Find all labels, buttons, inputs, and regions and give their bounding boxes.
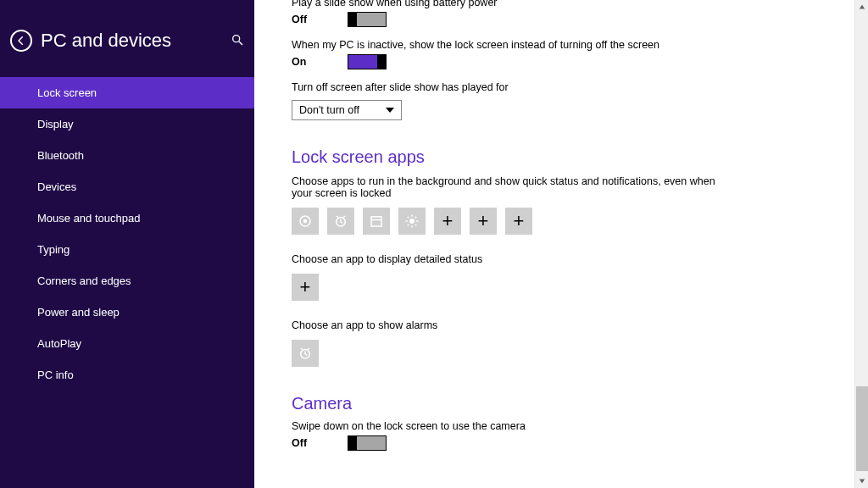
camera-swipe-label: Swipe down on the lock screen to use the…: [292, 420, 732, 432]
svg-rect-5: [371, 217, 381, 226]
sidebar-item-pc-info[interactable]: PC info: [0, 359, 254, 391]
scrollbar[interactable]: [854, 0, 868, 488]
plus-icon: +: [442, 210, 453, 232]
quick-app-add-1[interactable]: +: [434, 208, 461, 235]
battery-slideshow-state: Off: [292, 14, 334, 25]
chevron-down-icon: [859, 478, 865, 485]
alarm-icon: [298, 346, 313, 361]
alarms-app-label: Choose an app to show alarms: [292, 319, 732, 331]
sidebar-item-bluetooth[interactable]: Bluetooth: [0, 140, 254, 171]
quick-app-add-2[interactable]: +: [470, 208, 497, 235]
sidebar-item-lock-screen[interactable]: Lock screen: [0, 77, 254, 108]
sidebar-item-mouse-touchpad[interactable]: Mouse and touchpad: [0, 202, 254, 234]
search-button[interactable]: [231, 33, 244, 49]
scroll-thumb[interactable]: [856, 386, 868, 471]
svg-point-0: [233, 35, 240, 42]
scroll-down[interactable]: [855, 474, 869, 488]
sidebar-item-devices[interactable]: Devices: [0, 171, 254, 202]
inactive-lockscreen-state: On: [292, 56, 334, 68]
quick-app-slot-1[interactable]: [292, 208, 319, 235]
svg-line-15: [408, 225, 409, 226]
plus-icon: +: [300, 276, 311, 298]
plus-icon: +: [514, 210, 525, 232]
lockscreen-apps-title: Lock screen apps: [292, 147, 829, 167]
svg-line-12: [408, 217, 409, 219]
battery-slideshow-toggle[interactable]: [348, 12, 387, 27]
camera-title: Camera: [292, 394, 829, 413]
quick-app-slot-3[interactable]: [363, 208, 390, 235]
camera-swipe-toggle[interactable]: [348, 435, 387, 451]
arrow-left-icon: [15, 35, 27, 47]
sidebar-nav: Lock screen Display Bluetooth Devices Mo…: [0, 77, 254, 391]
sidebar-item-display[interactable]: Display: [0, 108, 254, 140]
scroll-up[interactable]: [855, 0, 869, 14]
sidebar-item-typing[interactable]: Typing: [0, 234, 254, 265]
sidebar-item-power-sleep[interactable]: Power and sleep: [0, 297, 254, 328]
svg-line-13: [415, 225, 417, 226]
alarms-app-slot[interactable]: [292, 340, 319, 367]
camera-swipe-state: Off: [292, 437, 334, 449]
svg-marker-18: [859, 480, 864, 484]
svg-point-3: [303, 219, 308, 224]
detailed-status-add[interactable]: +: [292, 274, 319, 301]
sidebar-header: PC and devices: [0, 0, 254, 69]
sidebar-item-corners-edges[interactable]: Corners and edges: [0, 265, 254, 297]
back-button[interactable]: [10, 30, 32, 52]
svg-line-1: [239, 42, 242, 45]
circle-dot-icon: [298, 214, 313, 229]
sidebar-item-autoplay[interactable]: AutoPlay: [0, 328, 254, 359]
inactive-lockscreen-toggle[interactable]: [348, 54, 387, 69]
svg-line-14: [415, 217, 417, 219]
quick-status-apps: + + +: [292, 208, 829, 235]
quick-status-desc: Choose apps to run in the background and…: [292, 175, 732, 199]
svg-marker-17: [859, 5, 864, 9]
alarm-icon: [333, 214, 348, 229]
svg-point-7: [409, 219, 415, 224]
settings-panel: Play a slide show when using battery pow…: [254, 0, 854, 488]
quick-app-add-3[interactable]: +: [505, 208, 532, 235]
weather-icon: [404, 214, 420, 229]
turnoff-label: Turn off screen after slide show has pla…: [292, 81, 829, 93]
turnoff-select[interactable]: Don't turn off: [292, 100, 402, 120]
chevron-up-icon: [859, 3, 865, 10]
search-icon: [231, 33, 244, 47]
quick-app-slot-4[interactable]: [398, 208, 426, 235]
detailed-status-label: Choose an app to display detailed status: [292, 253, 732, 265]
calendar-icon: [369, 214, 384, 229]
plus-icon: +: [478, 210, 489, 232]
inactive-lockscreen-label: When my PC is inactive, show the lock sc…: [292, 39, 829, 51]
page-title: PC and devices: [41, 30, 222, 52]
content-area: Play a slide show when using battery pow…: [254, 0, 868, 488]
battery-slideshow-label: Play a slide show when using battery pow…: [292, 0, 829, 8]
sidebar: PC and devices Lock screen Display Bluet…: [0, 0, 254, 488]
quick-app-slot-2[interactable]: [327, 208, 354, 235]
